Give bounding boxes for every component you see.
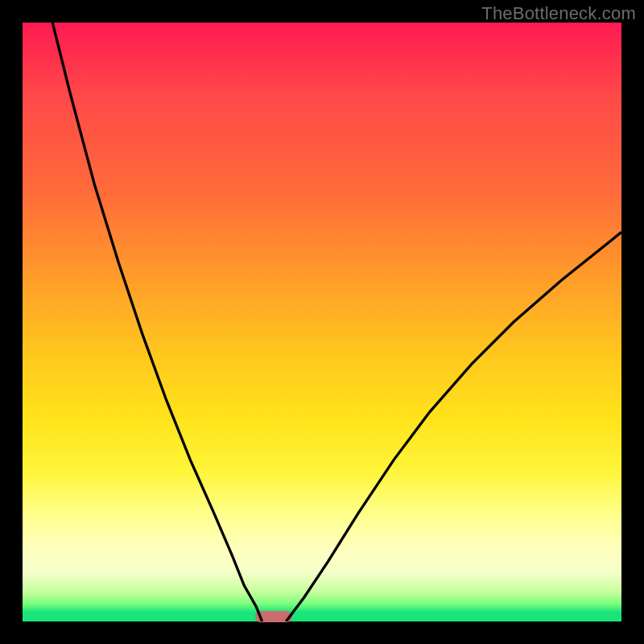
left-curve-data [52, 23, 262, 621]
outer-frame: TheBottleneck.com [0, 0, 644, 644]
watermark-text: TheBottleneck.com [481, 3, 636, 24]
curve-layer-data [23, 23, 621, 621]
right-curve-data [286, 232, 621, 621]
plot-area [23, 23, 621, 621]
